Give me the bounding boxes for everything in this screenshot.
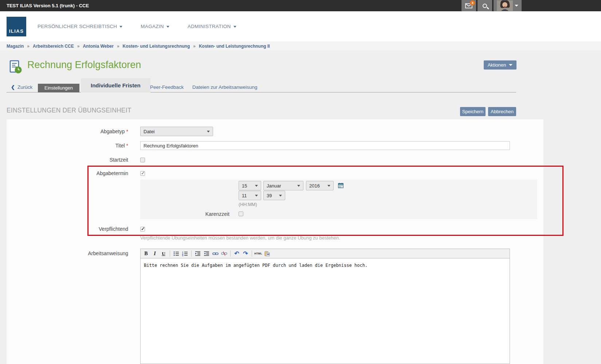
numbered-list-button[interactable]: 1 2 3 bbox=[181, 250, 189, 257]
verpflichtend-checkbox[interactable] bbox=[140, 227, 145, 232]
calendar-icon[interactable] bbox=[338, 183, 343, 188]
actions-button[interactable]: Aktionen bbox=[484, 60, 516, 70]
paste-from-word-button[interactable]: W bbox=[263, 250, 271, 257]
search-button[interactable] bbox=[478, 0, 492, 11]
html-source-button[interactable]: HTML bbox=[254, 250, 262, 257]
link-button[interactable] bbox=[211, 250, 219, 257]
tab-individuelle-fristen[interactable]: Individuelle Fristen bbox=[81, 78, 150, 92]
cancel-button[interactable]: Abbrechen bbox=[488, 107, 516, 116]
bullet-list-button[interactable] bbox=[172, 250, 180, 257]
breadcrumb-separator: » bbox=[117, 44, 119, 49]
arbeitsanweisung-editor: B I U 1 2 3 bbox=[140, 249, 510, 364]
nav-persoenlicher-schreibtisch[interactable]: PERSÖNLICHER SCHREIBTISCH bbox=[38, 24, 122, 29]
ilias-logo[interactable]: ILIAS bbox=[7, 17, 26, 36]
outdent-icon bbox=[204, 251, 209, 256]
tab-peer-feedback[interactable]: Peer-Feedback bbox=[150, 84, 184, 90]
required-asterisk: * bbox=[126, 128, 128, 134]
rte-toolbar: B I U 1 2 3 bbox=[140, 249, 510, 258]
abgabetyp-label: Abgabetyp * bbox=[7, 127, 128, 136]
page-title: Rechnung Erfolgsfaktoren bbox=[27, 59, 141, 71]
abgabetermin-checkbox[interactable] bbox=[140, 171, 145, 176]
breadcrumb-separator: » bbox=[77, 44, 80, 49]
bullet-list-icon bbox=[173, 251, 179, 256]
chevron-down-icon bbox=[119, 26, 122, 28]
breadcrumb-link[interactable]: Kosten- und Leistungsrechnung bbox=[123, 44, 190, 49]
breadcrumb: Magazin » Arbeitsbereich CCE » Antonia W… bbox=[0, 41, 601, 51]
arbeitsanweisung-label: Arbeitsanweisung bbox=[7, 250, 128, 256]
indent-icon bbox=[195, 251, 201, 256]
chevron-down-icon bbox=[233, 26, 236, 28]
svg-text:W: W bbox=[267, 253, 270, 256]
svg-text:3: 3 bbox=[182, 254, 183, 256]
abgabetermin-subpanel: 15 Januar 2016 11 39 (HH:MM) bbox=[140, 179, 537, 219]
startzeit-label: Startzeit bbox=[7, 157, 128, 163]
nav-magazin[interactable]: MAGAZIN bbox=[141, 24, 169, 29]
breadcrumb-link[interactable]: Antonia Weber bbox=[83, 44, 113, 49]
mail-button[interactable]: 3 bbox=[461, 0, 476, 11]
select-caret-icon bbox=[279, 195, 282, 197]
minute-select[interactable]: 39 bbox=[263, 191, 285, 200]
user-menu-button[interactable] bbox=[494, 0, 522, 11]
toolbar-separator bbox=[170, 250, 170, 257]
main-nav: PERSÖNLICHER SCHREIBTISCH MAGAZIN ADMINI… bbox=[38, 11, 236, 41]
abgabetermin-label: Abgabetermin bbox=[7, 171, 128, 176]
breadcrumb-link[interactable]: Magazin bbox=[7, 44, 24, 49]
undo-button[interactable]: ↶ bbox=[233, 250, 241, 257]
redo-button[interactable]: ↷ bbox=[241, 250, 250, 257]
top-bar: TEST ILIAS Version 5.1 (trunk) - CCE 3 bbox=[0, 0, 601, 11]
tab-einstellungen[interactable]: Einstellungen bbox=[38, 84, 79, 92]
numbered-list-icon: 1 2 3 bbox=[182, 251, 188, 256]
header: ILIAS PERSÖNLICHER SCHREIBTISCH MAGAZIN … bbox=[0, 11, 601, 41]
titel-input[interactable] bbox=[140, 141, 510, 150]
breadcrumb-separator: » bbox=[27, 44, 30, 49]
unlink-button[interactable] bbox=[220, 250, 228, 257]
save-button[interactable]: Speichern bbox=[460, 107, 486, 116]
avatar bbox=[497, 0, 513, 11]
undo-icon: ↶ bbox=[234, 251, 239, 257]
toolbar-separator bbox=[191, 250, 192, 257]
nav-administration[interactable]: ADMINISTRATION bbox=[188, 24, 236, 29]
breadcrumb-separator: » bbox=[193, 44, 196, 49]
mail-badge: 3 bbox=[470, 0, 475, 5]
karenzzeit-label: Karenzzeit bbox=[140, 211, 229, 217]
verpflichtend-hint: Verpflichtende Übungseinheiten müssen be… bbox=[140, 235, 340, 241]
arbeitsanweisung-content[interactable]: Bitte rechnen Sie die Aufgaben im angefü… bbox=[140, 258, 510, 364]
abgabetyp-select[interactable]: Datei bbox=[140, 127, 213, 136]
paste-from-word-icon: W bbox=[264, 251, 270, 256]
time-format-hint: (HH:MM) bbox=[239, 202, 257, 207]
underline-button[interactable]: U bbox=[160, 250, 168, 257]
bold-button[interactable]: B bbox=[142, 250, 150, 257]
exercise-unit-icon bbox=[8, 60, 22, 74]
link-icon bbox=[212, 252, 219, 256]
indent-button[interactable] bbox=[194, 250, 202, 257]
settings-form: Abgabetyp * Datei Titel * Startzeit Abga… bbox=[7, 119, 543, 364]
select-caret-icon bbox=[255, 195, 258, 197]
select-caret-icon bbox=[327, 185, 330, 187]
form-section-title: EINSTELLUNGEN DER ÜBUNGSEINHEIT bbox=[7, 107, 131, 114]
day-select[interactable]: 15 bbox=[239, 181, 261, 190]
search-icon bbox=[483, 4, 487, 8]
select-caret-icon bbox=[207, 131, 210, 132]
tab-dateien-zur-arbeitsanweisung[interactable]: Dateien zur Arbeitsanweisung bbox=[192, 84, 258, 90]
toolbar-separator bbox=[252, 250, 252, 257]
startzeit-checkbox[interactable] bbox=[140, 158, 145, 162]
window-title: TEST ILIAS Version 5.1 (trunk) - CCE bbox=[7, 0, 89, 11]
chevron-down-icon bbox=[509, 64, 512, 66]
user-menu-caret-icon bbox=[515, 5, 518, 7]
breadcrumb-link[interactable]: Arbeitsbereich CCE bbox=[33, 44, 74, 49]
month-select[interactable]: Januar bbox=[263, 181, 303, 190]
select-caret-icon bbox=[297, 185, 300, 187]
karenzzeit-checkbox[interactable] bbox=[239, 211, 243, 216]
chevron-left-icon: ❮ bbox=[11, 84, 15, 90]
back-link[interactable]: ❮ Zurück bbox=[11, 84, 32, 90]
year-select[interactable]: 2016 bbox=[306, 181, 334, 190]
select-caret-icon bbox=[255, 185, 258, 187]
redo-icon: ↷ bbox=[243, 251, 248, 257]
verpflichtend-label: Verpflichtend bbox=[7, 226, 128, 232]
breadcrumb-link[interactable]: Kosten- und Leistungsrechnung II bbox=[199, 44, 270, 49]
chevron-down-icon bbox=[166, 26, 169, 28]
outdent-button[interactable] bbox=[203, 250, 211, 257]
italic-button[interactable]: I bbox=[151, 250, 159, 257]
required-asterisk: * bbox=[126, 143, 128, 149]
hour-select[interactable]: 11 bbox=[239, 191, 261, 200]
